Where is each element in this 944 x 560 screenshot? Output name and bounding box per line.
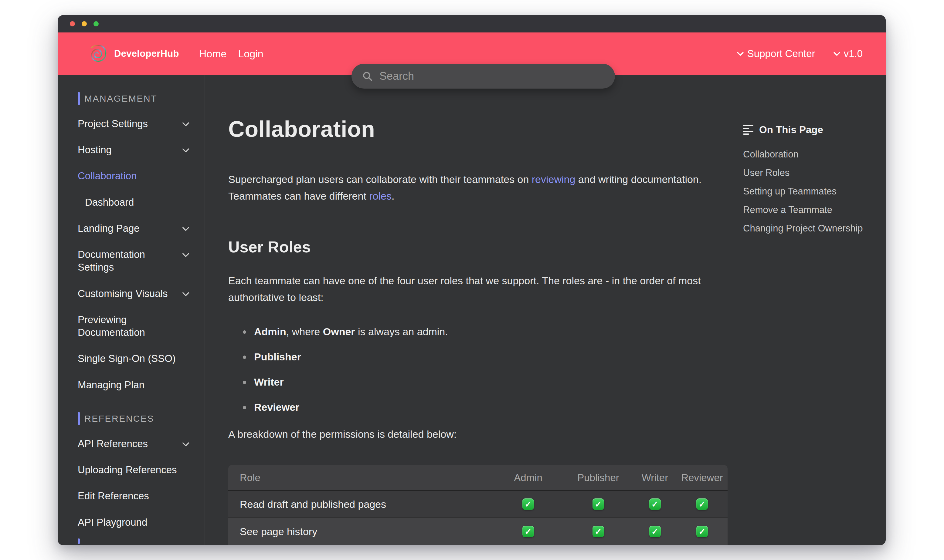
brand-logo-icon — [87, 43, 108, 64]
table-row: Read draft and published pages — [228, 491, 728, 518]
version-dropdown[interactable]: v1.0 — [832, 48, 863, 60]
user-roles-heading: User Roles — [228, 238, 728, 256]
roles-list: Admin, where Owner is always an admin. P… — [228, 326, 728, 413]
permissions-table: Role Admin Publisher Writer Reviewer Rea… — [228, 465, 728, 545]
sidebar-item-previewing-documentation[interactable]: Previewing Documentation — [78, 313, 205, 339]
check-icon — [592, 526, 604, 537]
section-accent-bar — [78, 412, 80, 425]
main-content: Collaboration Supercharged plan users ca… — [205, 75, 743, 545]
toc-item-setting-up-teammates[interactable]: Setting up Teammates — [743, 186, 886, 197]
section-accent-bar — [78, 92, 80, 105]
check-icon — [592, 498, 604, 510]
search-bar[interactable] — [352, 64, 615, 89]
list-item: Reviewer — [243, 402, 728, 413]
chevron-down-icon — [181, 439, 191, 449]
sidebar-item-hosting[interactable]: Hosting — [78, 143, 205, 156]
app-window: DeveloperHub Home Login Support Center v… — [58, 15, 886, 545]
sidebar-section-references: REFERENCES — [78, 412, 205, 425]
sidebar-item-project-settings[interactable]: Project Settings — [78, 117, 205, 130]
toc-item-remove-a-teammate[interactable]: Remove a Teammate — [743, 205, 886, 215]
chevron-down-icon — [181, 224, 191, 234]
check-icon — [696, 526, 708, 537]
check-icon — [696, 498, 708, 510]
search-icon — [362, 71, 373, 82]
column-header-admin: Admin — [493, 465, 563, 491]
minimize-window-button[interactable] — [82, 21, 87, 26]
nav-login-link[interactable]: Login — [238, 48, 263, 60]
check-icon — [522, 526, 534, 537]
sidebar-item-documentation-settings[interactable]: Documentation Settings — [78, 248, 205, 274]
sidebar-item-edit-references[interactable]: Edit References — [78, 489, 205, 502]
sidebar-item-landing-page[interactable]: Landing Page — [78, 222, 205, 235]
sidebar-navigation: MANAGEMENT Project Settings Hosting Coll… — [58, 75, 205, 545]
window-titlebar — [58, 15, 886, 32]
list-item: Writer — [243, 376, 728, 388]
sidebar-item-managing-plan[interactable]: Managing Plan — [78, 378, 205, 391]
bullet-icon — [243, 330, 246, 334]
sidebar-item-dashboard[interactable]: Dashboard — [78, 196, 205, 209]
sidebar-item-customising-visuals[interactable]: Customising Visuals — [78, 287, 205, 300]
bullet-icon — [243, 406, 246, 409]
toc-item-changing-project-ownership[interactable]: Changing Project Ownership — [743, 223, 886, 234]
check-icon — [649, 526, 661, 537]
toc-item-user-roles[interactable]: User Roles — [743, 168, 886, 178]
section-title: MANAGEMENT — [84, 94, 157, 104]
list-item: Admin, where Owner is always an admin. — [243, 326, 728, 338]
section-accent-bar-partial — [78, 538, 80, 544]
chevron-down-icon — [181, 250, 191, 260]
chevron-down-icon — [181, 289, 191, 299]
top-navigation: Home Login — [199, 48, 264, 60]
toc-item-collaboration[interactable]: Collaboration — [743, 149, 886, 160]
check-icon — [522, 498, 534, 510]
toc-icon — [743, 125, 754, 135]
column-header-publisher: Publisher — [563, 465, 633, 491]
column-header-reviewer: Reviewer — [677, 465, 728, 491]
version-label: v1.0 — [844, 48, 863, 60]
support-center-label: Support Center — [747, 48, 815, 60]
user-roles-paragraph: Each teammate can have one of the four u… — [228, 272, 728, 306]
sidebar-item-api-references[interactable]: API References — [78, 437, 205, 450]
nav-home-link[interactable]: Home — [199, 48, 227, 60]
sidebar-item-api-playground[interactable]: API Playground — [78, 516, 205, 529]
bullet-icon — [243, 355, 246, 359]
toc-title: On This Page — [759, 124, 823, 135]
check-icon — [649, 498, 661, 510]
chevron-down-icon — [736, 49, 745, 58]
section-title: REFERENCES — [84, 414, 154, 424]
column-header-role: Role — [228, 465, 493, 491]
sidebar-section-management: MANAGEMENT — [78, 92, 205, 105]
table-row: See page history — [228, 518, 728, 545]
table-header-row: Role Admin Publisher Writer Reviewer — [228, 465, 728, 491]
search-input[interactable] — [379, 70, 606, 83]
page-title: Collaboration — [228, 116, 728, 142]
close-window-button[interactable] — [70, 21, 75, 26]
support-center-dropdown[interactable]: Support Center — [736, 48, 815, 60]
on-this-page-panel: On This Page Collaboration User Roles Se… — [743, 75, 886, 545]
roles-link[interactable]: roles — [369, 190, 392, 202]
bullet-icon — [243, 381, 246, 384]
reviewing-link[interactable]: reviewing — [532, 174, 575, 185]
brand-name: DeveloperHub — [114, 48, 179, 59]
list-item: Publisher — [243, 351, 728, 363]
sidebar-item-single-sign-on[interactable]: Single Sign-On (SSO) — [78, 352, 205, 365]
sidebar-item-uploading-references[interactable]: Uploading References — [78, 463, 205, 476]
intro-paragraph: Supercharged plan users can collaborate … — [228, 171, 728, 205]
zoom-window-button[interactable] — [94, 21, 99, 26]
chevron-down-icon — [181, 119, 191, 129]
sidebar-item-collaboration[interactable]: Collaboration — [78, 169, 205, 182]
chevron-down-icon — [832, 49, 841, 58]
column-header-writer: Writer — [633, 465, 677, 491]
chevron-down-icon — [181, 145, 191, 155]
breakdown-paragraph: A breakdown of the permissions is detail… — [228, 428, 728, 440]
